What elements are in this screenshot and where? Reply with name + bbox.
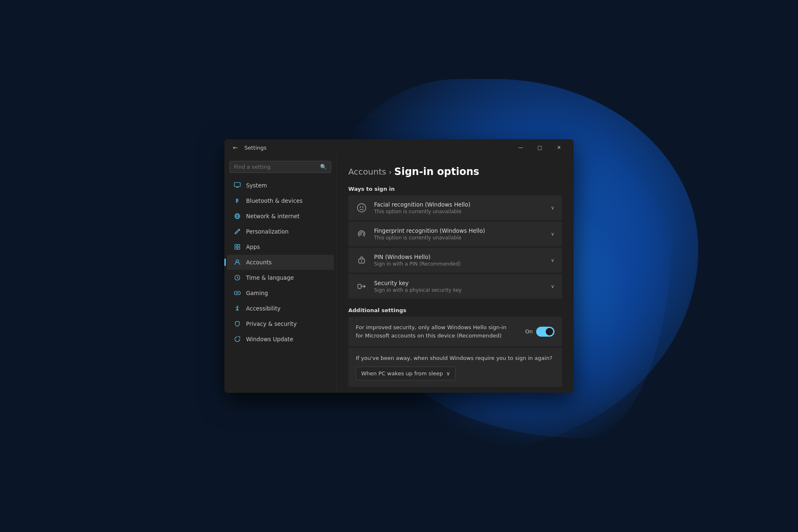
windows-hello-only-setting: For improved security, only allow Window… [348,317,562,346]
pin-option[interactable]: PIN (Windows Hello) Sign in with a PIN (… [348,248,562,273]
sidebar-item-label-apps: Apps [246,244,260,250]
title-bar: ← Settings — □ ✕ [224,139,574,156]
fingerprint-chevron: ∨ [551,231,554,237]
sidebar-item-label-network: Network & internet [246,213,300,219]
search-input[interactable] [234,164,320,170]
content-area: 🔍 System Bluetooth & devices Network & i… [224,156,574,393]
fingerprint-text: Fingerprint recognition (Windows Hello) … [374,227,544,241]
additional-settings: Additional settings For improved securit… [348,307,562,387]
sidebar-item-label-update: Windows Update [246,336,293,342]
sidebar-item-accounts[interactable]: Accounts [227,255,334,270]
facial-recognition-desc: This option is currently unavailable [374,209,544,214]
sign-in-options-list: Facial recognition (Windows Hello) This … [348,195,562,299]
sidebar-item-bluetooth[interactable]: Bluetooth & devices [227,193,334,208]
minimize-button[interactable]: — [511,141,530,154]
accounts-icon [234,259,241,266]
sidebar-item-privacy[interactable]: Privacy & security [227,316,334,331]
svg-rect-5 [238,247,240,249]
search-icon: 🔍 [320,164,327,170]
network-icon [234,212,241,220]
sidebar-item-accessibility[interactable]: Accessibility [227,301,334,316]
dropdown-value: When PC wakes up from sleep [361,370,443,377]
security-key-icon [356,281,367,292]
fingerprint-icon [356,228,367,240]
sidebar-item-network[interactable]: Network & internet [227,209,334,224]
security-key-text: Security key Sign in with a physical sec… [374,280,544,293]
ways-to-sign-in-title: Ways to sign in [348,186,562,192]
security-key-title: Security key [374,280,544,286]
svg-rect-3 [238,244,240,246]
sidebar-item-time[interactable]: Time & language [227,270,334,285]
sidebar: 🔍 System Bluetooth & devices Network & i… [224,156,337,393]
back-button[interactable]: ← [229,142,241,153]
sign-in-again-dropdown[interactable]: When PC wakes up from sleep ∨ [356,367,456,380]
sidebar-item-label-accounts: Accounts [246,259,272,266]
bluetooth-icon [234,197,241,204]
pin-desc: Sign in with a PIN (Recommended) [374,261,544,267]
sidebar-item-personalization[interactable]: Personalization [227,224,334,239]
apps-icon [234,243,241,251]
sidebar-item-label-time: Time & language [246,274,294,281]
search-box[interactable]: 🔍 [229,161,331,173]
security-key-option[interactable]: Security key Sign in with a physical sec… [348,274,562,299]
svg-rect-15 [358,284,361,288]
fingerprint-option[interactable]: Fingerprint recognition (Windows Hello) … [348,222,562,246]
svg-rect-0 [234,182,240,187]
pin-icon [356,254,367,266]
sidebar-item-label-privacy: Privacy & security [246,320,297,327]
privacy-icon [234,320,241,328]
facial-recognition-icon [356,202,367,214]
svg-point-12 [362,207,364,208]
maximize-button[interactable]: □ [530,141,549,154]
toggle-container[interactable]: On [525,327,554,337]
pin-text: PIN (Windows Hello) Sign in with a PIN (… [374,254,544,267]
settings-window: ← Settings — □ ✕ 🔍 System [224,139,574,393]
breadcrumb: Accounts › Sign-in options [348,166,562,177]
sidebar-item-label-accessibility: Accessibility [246,305,281,312]
personalization-icon [234,228,241,235]
svg-point-11 [360,207,361,208]
time-icon [234,274,241,281]
windows-hello-only-text: For improved security, only allow Window… [356,323,519,340]
sidebar-item-update[interactable]: Windows Update [227,332,334,347]
breadcrumb-separator: › [389,167,392,176]
toggle-label: On [525,328,533,335]
main-content: Accounts › Sign-in options Ways to sign … [337,156,574,393]
svg-rect-2 [235,244,237,246]
sidebar-item-label-gaming: Gaming [246,290,268,296]
update-icon [234,335,241,343]
facial-recognition-option[interactable]: Facial recognition (Windows Hello) This … [348,195,562,220]
sidebar-item-apps[interactable]: Apps [227,239,334,254]
accessibility-icon [234,305,241,312]
facial-recognition-title: Facial recognition (Windows Hello) [374,201,544,208]
window-title: Settings [244,145,511,151]
fingerprint-title: Fingerprint recognition (Windows Hello) [374,227,544,234]
svg-point-9 [237,306,238,307]
sidebar-item-label-personalization: Personalization [246,228,288,235]
svg-point-10 [357,204,366,212]
pin-title: PIN (Windows Hello) [374,254,544,260]
window-controls: — □ ✕ [511,141,569,154]
svg-point-6 [236,260,239,262]
facial-recognition-chevron: ∨ [551,205,554,211]
sidebar-item-system[interactable]: System [227,178,334,193]
security-key-chevron: ∨ [551,283,554,289]
dropdown-chevron-icon: ∨ [446,370,450,377]
additional-settings-title: Additional settings [348,307,562,313]
close-button[interactable]: ✕ [549,141,569,154]
breadcrumb-parent: Accounts [348,167,386,177]
facial-recognition-text: Facial recognition (Windows Hello) This … [374,201,544,214]
sidebar-item-label-bluetooth: Bluetooth & devices [246,197,303,204]
sign-in-again-text: If you've been away, when should Windows… [356,354,554,362]
fingerprint-desc: This option is currently unavailable [374,235,544,241]
security-key-desc: Sign in with a physical security key [374,287,544,293]
sidebar-item-gaming[interactable]: Gaming [227,286,334,300]
pin-chevron: ∨ [551,257,554,263]
sidebar-item-label-system: System [246,182,267,189]
svg-point-14 [361,261,362,262]
svg-rect-4 [235,247,237,249]
windows-hello-toggle[interactable] [536,327,554,337]
breadcrumb-current: Sign-in options [394,166,479,177]
gaming-icon [234,289,241,297]
sign-in-again-setting: If you've been away, when should Windows… [348,347,562,387]
